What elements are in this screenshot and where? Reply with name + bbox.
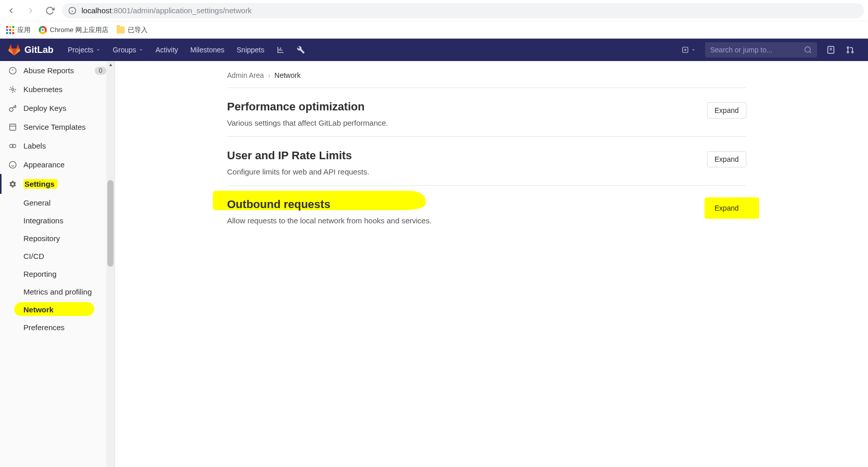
nav-snippets[interactable]: Snippets — [232, 42, 269, 58]
bookmark-apps[interactable]: 应用 — [6, 25, 31, 35]
abuse-badge: 0 — [95, 67, 106, 75]
nav-groups[interactable]: Groups — [108, 42, 149, 58]
gitlab-icon — [8, 44, 20, 56]
apps-icon — [6, 26, 14, 34]
breadcrumb-current: Network — [274, 71, 300, 79]
expand-button[interactable]: Expand — [707, 200, 746, 216]
nav-new-dropdown[interactable] — [677, 43, 701, 56]
sidebar-item-label: Settings — [23, 179, 58, 189]
chevron-right-icon: › — [268, 71, 270, 79]
section-rate-limits: User and IP Rate Limits Configure limits… — [227, 137, 746, 186]
sidebar-item-label: Abuse Reports — [23, 66, 74, 75]
sidebar-item-abuse-reports[interactable]: Abuse Reports 0 — [0, 61, 115, 80]
warning-icon — [8, 67, 17, 75]
sidebar-sub-integrations[interactable]: Integrations — [23, 212, 115, 229]
sidebar-sub-reporting[interactable]: Reporting — [23, 265, 115, 283]
sidebar-sub-cicd[interactable]: CI/CD — [23, 247, 115, 265]
expand-button[interactable]: Expand — [707, 151, 746, 167]
key-icon — [8, 104, 17, 112]
reload-button[interactable] — [43, 4, 57, 18]
svg-point-9 — [847, 47, 849, 48]
folder-icon — [117, 26, 125, 34]
forward-button[interactable] — [23, 4, 38, 18]
chevron-down-icon — [691, 47, 696, 52]
sidebar-sub-preferences[interactable]: Preferences — [23, 318, 115, 336]
bookmark-imported[interactable]: 已导入 — [117, 25, 148, 35]
svg-point-10 — [847, 51, 849, 53]
appearance-icon — [8, 161, 17, 169]
svg-point-11 — [852, 51, 853, 53]
sidebar-item-settings[interactable]: Settings — [0, 174, 115, 194]
url-text: localhost:8001/admin/application_setting… — [81, 6, 251, 15]
global-search[interactable] — [705, 42, 817, 57]
nav-projects[interactable]: Projects — [63, 42, 106, 58]
sidebar-item-label: Deploy Keys — [23, 104, 66, 112]
info-icon — [68, 7, 76, 15]
search-icon — [804, 46, 812, 54]
svg-rect-16 — [10, 124, 16, 130]
sidebar-item-labels[interactable]: Labels — [0, 136, 115, 155]
chevron-down-icon — [96, 47, 101, 52]
sidebar-sub-network[interactable]: Network — [23, 301, 115, 318]
scroll-up-icon[interactable]: ▲ — [108, 62, 113, 67]
template-icon — [8, 123, 17, 131]
sidebar-scrollbar[interactable] — [106, 61, 115, 467]
section-description: Various settings that affect GitLab perf… — [227, 119, 388, 127]
gitlab-navbar: GitLab Projects Groups Activity Mileston… — [0, 39, 868, 61]
bookmarks-bar: 应用 Chrome 网上应用店 已导入 — [0, 21, 868, 38]
back-button[interactable] — [4, 4, 18, 18]
sidebar-item-kubernetes[interactable]: Kubernetes — [0, 80, 115, 99]
sidebar-item-label: Appearance — [23, 160, 65, 169]
sidebar-item-deploy-keys[interactable]: Deploy Keys — [0, 99, 115, 118]
labels-icon — [8, 142, 17, 150]
browser-chrome: localhost:8001/admin/application_setting… — [0, 0, 868, 39]
sidebar-sub-metrics[interactable]: Metrics and profiling — [23, 283, 115, 301]
sidebar-item-appearance[interactable]: Appearance — [0, 155, 115, 174]
section-title: Outbound requests — [227, 198, 330, 211]
breadcrumb-root[interactable]: Admin Area — [227, 71, 264, 79]
plus-icon — [682, 46, 689, 53]
svg-point-20 — [9, 161, 16, 168]
svg-point-4 — [805, 47, 810, 52]
gitlab-brand-text: GitLab — [24, 45, 53, 55]
nav-milestones[interactable]: Milestones — [185, 42, 230, 58]
bookmark-webstore[interactable]: Chrome 网上应用店 — [39, 25, 108, 35]
breadcrumb: Admin Area › Network — [227, 69, 746, 88]
nav-activity[interactable]: Activity — [151, 42, 183, 58]
browser-toolbar: localhost:8001/admin/application_setting… — [0, 0, 868, 21]
section-description: Allow requests to the local network from… — [227, 216, 432, 225]
sidebar: ▲ Abuse Reports 0 Kubernetes Deploy Keys… — [0, 61, 115, 467]
address-bar[interactable]: localhost:8001/admin/application_setting… — [62, 3, 864, 18]
gear-icon — [8, 180, 17, 188]
svg-point-15 — [12, 89, 14, 91]
sidebar-sub-repository[interactable]: Repository — [23, 229, 115, 247]
nav-stats-icon[interactable] — [271, 42, 290, 58]
sidebar-settings-submenu: General Integrations Repository CI/CD Re… — [0, 194, 115, 336]
sidebar-item-label: Labels — [23, 141, 46, 150]
sidebar-item-label: Service Templates — [23, 123, 86, 131]
sidebar-sub-general[interactable]: General — [23, 194, 115, 212]
section-title: User and IP Rate Limits — [227, 149, 369, 162]
sidebar-item-label: Kubernetes — [23, 85, 63, 94]
nav-issues-icon[interactable] — [821, 42, 841, 57]
chevron-down-icon — [138, 47, 144, 52]
sidebar-item-service-templates[interactable]: Service Templates — [0, 118, 115, 136]
expand-button[interactable]: Expand — [707, 102, 746, 119]
main-content: Admin Area › Network Performance optimiz… — [115, 61, 868, 467]
nav-merge-requests-icon[interactable] — [841, 42, 860, 57]
section-title: Performance optimization — [227, 100, 388, 113]
svg-line-5 — [809, 51, 811, 53]
chrome-icon — [39, 26, 47, 34]
search-input[interactable] — [710, 46, 804, 54]
kubernetes-icon — [8, 85, 17, 94]
section-outbound-requests: Outbound requests Allow requests to the … — [227, 186, 746, 234]
gitlab-logo[interactable]: GitLab — [8, 44, 53, 56]
section-description: Configure limits for web and API request… — [227, 167, 369, 176]
nav-items: Projects Groups Activity Milestones Snip… — [63, 42, 310, 58]
nav-admin-icon[interactable] — [292, 42, 310, 58]
section-performance: Performance optimization Various setting… — [227, 88, 746, 137]
app-body: ▲ Abuse Reports 0 Kubernetes Deploy Keys… — [0, 61, 868, 467]
